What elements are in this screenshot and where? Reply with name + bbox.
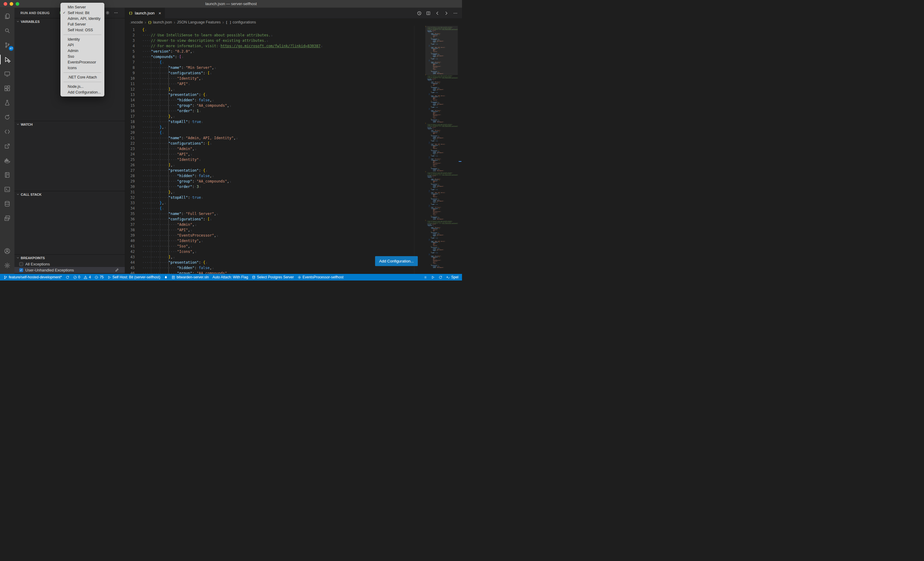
add-configuration-button[interactable]: Add Configuration... xyxy=(375,256,418,266)
breadcrumb-item[interactable]: JSON Language Features xyxy=(177,20,220,24)
menu-item-self-host-bit[interactable]: ✓Self Host: Bit xyxy=(60,10,104,16)
code-line[interactable]: 35············"name":·"Full·Server",↓ xyxy=(125,211,462,217)
code-line[interactable]: 22············"configurations":·[↓ xyxy=(125,141,462,146)
status-warnings[interactable]: 4 xyxy=(82,274,93,280)
menu-item-eventsprocessor[interactable]: EventsProcessor xyxy=(60,59,104,65)
code-line[interactable]: 38················"API",↓ xyxy=(125,227,462,233)
edit-breakpoint-icon[interactable] xyxy=(115,268,119,273)
code-line[interactable]: 42················"Icons",↓ xyxy=(125,249,462,254)
breakpoint-checkbox[interactable]: ✓ xyxy=(19,262,23,266)
menu-item-api[interactable]: API xyxy=(60,42,104,48)
code-line[interactable]: 37················"Admin",↓ xyxy=(125,222,462,227)
breakpoint-row[interactable]: ✓All Exceptions xyxy=(14,261,125,267)
menu-item-admin-api-identity[interactable]: Admin, API, Identity xyxy=(60,16,104,21)
code-line[interactable]: 36············"configurations":·[↓ xyxy=(125,217,462,222)
code-line[interactable]: 46················"group":·"AA_compounds… xyxy=(125,271,462,274)
code-line[interactable]: 26············],↓ xyxy=(125,162,462,168)
timeline-button[interactable] xyxy=(417,11,422,16)
code-line[interactable]: 2····//·Use·IntelliSense·to·learn·about·… xyxy=(125,33,462,38)
menu-item-net-core-attach[interactable]: .NET Core Attach xyxy=(60,74,104,80)
code-area[interactable]: 1{↓2····//·Use·IntelliSense·to·learn·abo… xyxy=(125,26,462,274)
code-line[interactable]: 5····"version":·"0.2.0",↓ xyxy=(125,49,462,54)
code-line[interactable]: 9············"configurations":·[↓ xyxy=(125,70,462,76)
breadcrumb-item[interactable]: .vscode xyxy=(130,20,143,24)
activity-item-explorer[interactable] xyxy=(0,9,14,24)
code-line[interactable]: 33········},↓ xyxy=(125,200,462,206)
status-postgres[interactable]: Select Postgres Server xyxy=(250,274,296,280)
close-tab-icon[interactable]: × xyxy=(159,11,161,15)
code-line[interactable]: 17············},↓ xyxy=(125,114,462,119)
menu-item-identity[interactable]: Identity xyxy=(60,36,104,42)
activity-item-testing[interactable] xyxy=(0,96,14,110)
code-line[interactable]: 15················"group":·"AA_compounds… xyxy=(125,103,462,108)
close-window-button[interactable] xyxy=(4,2,7,6)
activity-item-settings-gear[interactable] xyxy=(0,258,14,273)
status-pause[interactable] xyxy=(422,274,429,280)
watch-pane-header[interactable]: WATCH xyxy=(14,121,125,127)
code-line[interactable]: 13············"presentation":·{↓ xyxy=(125,92,462,97)
call-stack-pane-header[interactable]: CALL STACK xyxy=(14,191,125,197)
breakpoint-row[interactable]: ✓User-Unhandled Exceptions xyxy=(14,267,125,273)
minimap-viewport[interactable] xyxy=(425,26,458,75)
menu-item-full-server[interactable]: Full Server xyxy=(60,21,104,27)
activity-item-share[interactable] xyxy=(0,139,14,153)
activity-item-account[interactable] xyxy=(0,244,14,258)
activity-item-code-brackets[interactable] xyxy=(0,124,14,139)
code-line[interactable]: 6····"compounds":·[↓ xyxy=(125,54,462,60)
menu-item-self-host-oss[interactable]: Self Host: OSS xyxy=(60,27,104,33)
code-lines[interactable]: 1{↓2····//·Use·IntelliSense·to·learn·abo… xyxy=(125,27,462,274)
breadcrumb-item[interactable]: [ ]configurations xyxy=(226,20,256,24)
activity-item-search[interactable] xyxy=(0,24,14,38)
code-line[interactable]: 11················"API"↓ xyxy=(125,81,462,87)
code-line[interactable]: 25················"Identity"↓ xyxy=(125,157,462,162)
code-line[interactable]: 20········{↓ xyxy=(125,130,462,135)
status-errors[interactable]: 0 xyxy=(71,274,82,280)
activity-item-terminal[interactable] xyxy=(0,182,14,197)
activity-item-source-control[interactable]: 47 xyxy=(0,38,14,52)
code-line[interactable]: 8············"name":·"Min·Server",↓ xyxy=(125,65,462,70)
code-line[interactable]: 39················"EventsProcessor",↓ xyxy=(125,233,462,238)
activity-item-run-debug[interactable] xyxy=(0,52,14,67)
status-hot-reload[interactable] xyxy=(162,274,170,280)
code-line[interactable]: 3····//·Hover·to·view·descriptions·of·ex… xyxy=(125,38,462,43)
split-editor-button[interactable] xyxy=(426,11,431,16)
status-debug-config[interactable]: Self Host: Bit (server-selfhost) xyxy=(106,274,162,280)
menu-item-admin[interactable]: Admin xyxy=(60,48,104,54)
code-line[interactable]: 34········{↓ xyxy=(125,206,462,211)
code-line[interactable]: 14················"hidden":·false,↓ xyxy=(125,97,462,103)
menu-item-add-configuration[interactable]: Add Configuration... xyxy=(60,89,104,95)
status-branch[interactable]: feature/self-hosted-development* xyxy=(2,274,64,280)
activity-item-windows[interactable] xyxy=(0,211,14,226)
activity-item-docker[interactable] xyxy=(0,153,14,168)
more-actions-button[interactable] xyxy=(453,11,458,16)
status-run[interactable] xyxy=(429,274,437,280)
code-line[interactable]: 29················"group":·"AA_compounds… xyxy=(125,179,462,184)
code-line[interactable]: 31············},↓ xyxy=(125,189,462,195)
status-solution[interactable]: bitwarden-server.sln xyxy=(170,274,210,280)
code-line[interactable]: 4····//·For·more·information,·visit:·htt… xyxy=(125,43,462,49)
debug-settings-gear-button[interactable] xyxy=(105,10,110,16)
code-line[interactable]: 16················"order":·1↓ xyxy=(125,108,462,114)
code-line[interactable]: 27············"presentation":·{↓ xyxy=(125,168,462,173)
tab-launch-json[interactable]: {} launch.json × xyxy=(125,8,165,18)
activity-item-remote-explorer[interactable] xyxy=(0,67,14,81)
go-back-button[interactable] xyxy=(435,11,440,16)
code-line[interactable]: 7········{↓ xyxy=(125,60,462,65)
breakpoint-checkbox[interactable]: ✓ xyxy=(19,268,23,272)
code-line[interactable]: 19········},↓ xyxy=(125,124,462,130)
activity-item-notebook[interactable] xyxy=(0,168,14,182)
code-line[interactable]: 23················"Admin",↓ xyxy=(125,146,462,151)
status-events-processor[interactable]: EventsProcessor-selfhost xyxy=(296,274,345,280)
status-refresh[interactable] xyxy=(437,274,444,280)
zoom-window-button[interactable] xyxy=(16,2,19,6)
status-auto-attach[interactable]: Auto Attach: With Flag xyxy=(210,274,250,280)
status-sync[interactable] xyxy=(64,274,71,280)
go-forward-button[interactable] xyxy=(444,11,449,16)
status-info-count[interactable]: 75 xyxy=(93,274,105,280)
menu-item-sso[interactable]: Sso xyxy=(60,54,104,59)
sidebar-more-actions-button[interactable] xyxy=(114,10,118,16)
code-line[interactable]: 21············"name":·"Admin,·API,·Ident… xyxy=(125,135,462,141)
menu-item-min-server[interactable]: Min Server xyxy=(60,4,104,10)
code-line[interactable]: 40················"Identity",↓ xyxy=(125,238,462,244)
code-line[interactable]: 12············],↓ xyxy=(125,87,462,92)
